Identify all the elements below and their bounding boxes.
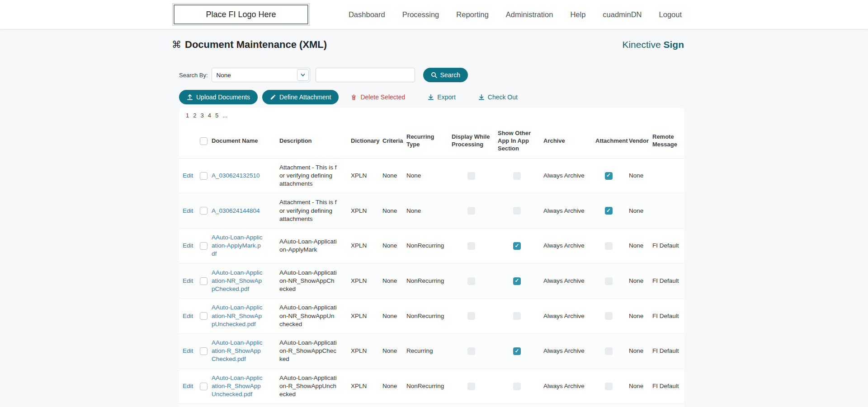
document-name-link[interactable]: AAuto-Loan-Application-R_ShowAppUnchecke… bbox=[212, 374, 263, 398]
show-other-app-checkbox[interactable] bbox=[513, 172, 521, 180]
upload-documents-button[interactable]: Upload Documents bbox=[179, 90, 258, 104]
display-while-processing-checkbox[interactable] bbox=[467, 312, 475, 320]
row-checkbox[interactable] bbox=[200, 347, 208, 355]
actions-row: Upload Documents Define Attachment Delet… bbox=[179, 90, 684, 104]
page-link-4[interactable]: 4 bbox=[208, 112, 211, 119]
search-input[interactable] bbox=[316, 68, 415, 82]
row-checkbox[interactable] bbox=[200, 277, 208, 285]
search-icon bbox=[431, 72, 437, 78]
cell-edit: Edit bbox=[179, 299, 196, 334]
attachment-checkbox[interactable] bbox=[605, 277, 613, 285]
cell-description: AAuto-Loan-Application-R_ShowAppUnchecke… bbox=[276, 369, 347, 404]
search-row: Search By: None Search bbox=[179, 68, 684, 82]
cell-description: Attachment - This is for verifying defin… bbox=[276, 193, 347, 229]
edit-link[interactable]: Edit bbox=[183, 383, 193, 389]
page-link-3[interactable]: 3 bbox=[200, 112, 203, 119]
search-button[interactable]: Search bbox=[423, 68, 468, 82]
cell-attachment bbox=[592, 263, 625, 299]
page-link-5[interactable]: 5 bbox=[215, 112, 218, 119]
document-name-link[interactable]: A_030624144804 bbox=[212, 207, 260, 214]
show-other-app-checkbox[interactable] bbox=[513, 207, 521, 215]
attachment-checkbox[interactable] bbox=[605, 347, 613, 355]
document-name-link[interactable]: AAuto-Loan-Application-R_ShowAppChecked.… bbox=[212, 339, 263, 362]
edit-link[interactable]: Edit bbox=[183, 277, 193, 284]
brand-primary: Kinective bbox=[622, 39, 660, 50]
attachment-checkbox[interactable] bbox=[605, 207, 613, 215]
cell-archive: Always Archive bbox=[540, 263, 592, 299]
document-name-link[interactable]: AAuto-Loan-Application-NR_ShowAppChecked… bbox=[212, 269, 263, 292]
display-while-processing-checkbox[interactable] bbox=[467, 277, 475, 285]
cell-remote-message: FI Default bbox=[649, 228, 684, 263]
show-other-app-checkbox[interactable] bbox=[513, 383, 521, 390]
cell-show-other-app bbox=[494, 193, 540, 229]
table-row: Edit A_030624132510 Attachment - This is… bbox=[179, 158, 684, 193]
show-other-app-checkbox[interactable] bbox=[513, 347, 521, 355]
cell-show-other-app bbox=[494, 158, 540, 193]
edit-link[interactable]: Edit bbox=[183, 347, 193, 354]
delete-selected-button[interactable]: Delete Selected bbox=[349, 90, 407, 104]
chevron-down-icon[interactable] bbox=[297, 69, 309, 81]
cell-document-name: AAuto-Loan-Application-NR_ShowAppChecked… bbox=[208, 263, 276, 299]
edit-link[interactable]: Edit bbox=[183, 172, 193, 179]
cell-vendor: None bbox=[625, 299, 649, 334]
cell-dictionary: XPLN bbox=[347, 333, 379, 369]
edit-link[interactable]: Edit bbox=[183, 313, 193, 319]
row-checkbox[interactable] bbox=[200, 242, 208, 250]
document-name-link[interactable]: AAuto-Loan-Application-NR_ShowAppUncheck… bbox=[212, 304, 263, 327]
row-checkbox[interactable] bbox=[200, 207, 208, 215]
attachment-checkbox[interactable] bbox=[605, 312, 613, 320]
table-row: Edit AAuto-Loan-Application-NR_ShowAppCh… bbox=[179, 263, 684, 299]
row-checkbox[interactable] bbox=[200, 383, 208, 390]
page-link-2[interactable]: 2 bbox=[193, 112, 196, 119]
nav-administration[interactable]: Administration bbox=[506, 10, 553, 19]
attachment-checkbox[interactable] bbox=[605, 172, 613, 180]
row-checkbox[interactable] bbox=[200, 312, 208, 320]
page-link-1[interactable]: 1 bbox=[186, 112, 189, 119]
command-icon: ⌘ bbox=[172, 39, 181, 50]
cell-recurring-type: NonRecurring bbox=[403, 263, 448, 299]
edit-link[interactable]: Edit bbox=[183, 242, 193, 249]
document-name-link[interactable]: A_030624132510 bbox=[212, 172, 260, 179]
cell-criteria: None bbox=[379, 404, 403, 407]
search-by-selected-value: None bbox=[212, 72, 297, 79]
nav-processing[interactable]: Processing bbox=[402, 10, 439, 19]
show-other-app-checkbox[interactable] bbox=[513, 277, 521, 285]
export-button[interactable]: Export bbox=[426, 90, 457, 104]
cell-attachment bbox=[592, 299, 625, 334]
header-vendor: Vendor bbox=[625, 124, 649, 158]
display-while-processing-checkbox[interactable] bbox=[467, 207, 475, 215]
nav-user-cuadmindn[interactable]: cuadminDN bbox=[603, 10, 642, 19]
attachment-checkbox[interactable] bbox=[605, 383, 613, 390]
cell-select bbox=[196, 369, 208, 404]
cell-document-name: AAuto-Loan-Application-ApplyMark.pdf bbox=[208, 228, 276, 263]
document-name-link[interactable]: AAuto-Loan-Application-ApplyMark.pdf bbox=[212, 234, 263, 257]
check-out-label: Check Out bbox=[488, 94, 518, 101]
show-other-app-checkbox[interactable] bbox=[513, 312, 521, 320]
display-while-processing-checkbox[interactable] bbox=[467, 383, 475, 390]
cell-display-while-processing bbox=[448, 193, 494, 229]
cell-display-while-processing bbox=[448, 158, 494, 193]
row-checkbox[interactable] bbox=[200, 172, 208, 180]
cell-recurring-type: None bbox=[403, 158, 448, 193]
check-out-button[interactable]: Check Out bbox=[476, 90, 519, 104]
nav-help[interactable]: Help bbox=[570, 10, 585, 19]
cell-remote-message: FI Default bbox=[649, 333, 684, 369]
page-link-more[interactable]: ... bbox=[222, 112, 227, 119]
header-edit bbox=[179, 124, 196, 158]
define-attachment-button[interactable]: Define Attachment bbox=[262, 90, 339, 104]
nav-dashboard[interactable]: Dashboard bbox=[349, 10, 385, 19]
display-while-processing-checkbox[interactable] bbox=[467, 172, 475, 180]
cell-criteria: None bbox=[379, 299, 403, 334]
cell-criteria: None bbox=[379, 369, 403, 404]
attachment-checkbox[interactable] bbox=[605, 242, 613, 250]
search-by-select[interactable]: None bbox=[212, 68, 310, 82]
edit-link[interactable]: Edit bbox=[183, 207, 193, 214]
show-other-app-checkbox[interactable] bbox=[513, 242, 521, 250]
nav-logout[interactable]: Logout bbox=[659, 10, 682, 19]
cell-recurring-type: NonRecurring bbox=[403, 404, 448, 407]
display-while-processing-checkbox[interactable] bbox=[467, 347, 475, 355]
nav-reporting[interactable]: Reporting bbox=[456, 10, 489, 19]
select-all-checkbox[interactable] bbox=[200, 137, 208, 145]
display-while-processing-checkbox[interactable] bbox=[467, 242, 475, 250]
header-document-name: Document Name bbox=[208, 124, 276, 158]
